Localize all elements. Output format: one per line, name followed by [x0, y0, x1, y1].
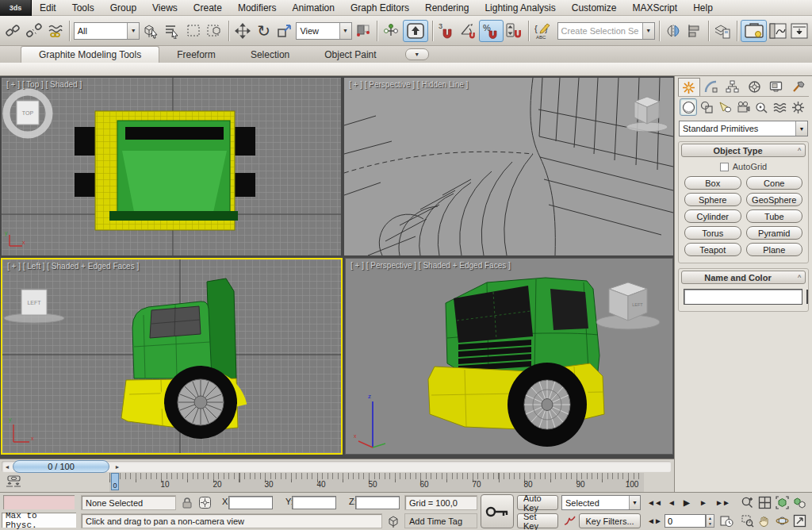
select-by-name-icon[interactable] — [163, 20, 182, 42]
orbit-icon[interactable] — [774, 513, 790, 528]
previous-frame-button[interactable]: ◄ — [665, 495, 678, 510]
menu-tools[interactable]: Tools — [64, 0, 102, 16]
category-lights-icon[interactable] — [716, 98, 733, 116]
reference-coordinate-dropdown[interactable]: View▼ — [296, 22, 351, 40]
object-name-field[interactable] — [684, 289, 802, 305]
app-logo[interactable]: 3ds — [0, 0, 32, 16]
category-shapes-icon[interactable] — [698, 98, 715, 116]
sphere-button[interactable]: Sphere — [684, 193, 741, 206]
menu-lighting-analysis[interactable]: Lighting Analysis — [477, 0, 563, 16]
tab-motion-icon[interactable] — [744, 78, 766, 96]
select-and-manipulate-icon[interactable] — [381, 20, 401, 42]
use-pivot-point-center-icon[interactable] — [354, 20, 373, 42]
geosphere-button[interactable]: GeoSphere — [746, 193, 803, 206]
time-slider-prev-icon[interactable]: ◄ — [2, 461, 12, 472]
open-mini-curve-editor-icon[interactable] — [5, 474, 24, 490]
add-time-tag[interactable]: Add Time Tag — [404, 513, 477, 528]
maximize-viewport-toggle-icon[interactable] — [791, 513, 807, 528]
tab-modify-icon[interactable] — [700, 78, 722, 96]
key-mode-dropdown[interactable]: Selected ▼ — [561, 495, 641, 510]
default-tangent-curve-icon[interactable] — [561, 513, 577, 528]
teapot-button[interactable]: Teapot — [684, 243, 741, 256]
named-selection-set-dropdown[interactable]: Create Selection Se▼ — [557, 22, 655, 40]
zoom-mode-icon[interactable] — [739, 495, 755, 510]
z-coord-field[interactable] — [355, 496, 400, 509]
tab-freeform[interactable]: Freeform — [159, 47, 233, 63]
zoom-extents-icon[interactable] — [774, 495, 790, 510]
menu-group[interactable]: Group — [102, 0, 144, 16]
bind-to-space-warp-icon[interactable] — [45, 20, 65, 42]
select-and-move-icon[interactable] — [233, 20, 253, 42]
render-production-icon[interactable] — [789, 20, 809, 42]
pan-hand-icon[interactable] — [756, 513, 772, 528]
rendered-frame-window-icon[interactable] — [768, 20, 788, 42]
tab-utilities-icon[interactable] — [787, 78, 810, 96]
select-and-link-icon[interactable] — [3, 20, 23, 42]
viewport-perspective-label[interactable]: [ + ] [ Perspective ] [ Shaded + Edged F… — [350, 261, 511, 270]
tube-button[interactable]: Tube — [746, 209, 803, 223]
tab-object-paint[interactable]: Object Paint — [307, 47, 393, 63]
maxscript-mini-listener-pink[interactable] — [3, 495, 75, 509]
spinner-snap-toggle-icon[interactable] — [505, 20, 525, 42]
tab-create-icon[interactable] — [678, 78, 700, 96]
render-setup-icon[interactable] — [741, 20, 766, 42]
window-crossing-toggle-icon[interactable] — [205, 20, 224, 42]
torus-button[interactable]: Torus — [684, 226, 741, 240]
layer-manager-icon[interactable] — [713, 20, 733, 42]
select-and-rotate-icon[interactable]: ↻ — [254, 20, 274, 42]
tab-display-icon[interactable] — [765, 78, 787, 96]
menu-modifiers[interactable]: Modifiers — [230, 0, 285, 16]
y-coord-field[interactable] — [292, 496, 336, 509]
pyramid-button[interactable]: Pyramid — [746, 226, 803, 240]
rectangular-selection-region-icon[interactable] — [183, 20, 203, 42]
viewport-hidden-line-label[interactable]: [ + ] [ Perspective ] [ Hidden Line ] — [349, 80, 468, 89]
toggle-set-key-mode-button[interactable] — [481, 494, 514, 528]
track-bar[interactable]: 0 10 20 30 40 50 60 70 80 90 100 — [0, 473, 674, 492]
menu-maxscript[interactable]: MAXScript — [624, 0, 685, 16]
current-frame-field[interactable] — [665, 514, 706, 528]
snap-toggle-3d-icon[interactable]: 3 — [437, 20, 457, 42]
object-color-swatch[interactable] — [806, 290, 808, 304]
frame-spinner[interactable]: ▲ ▼ — [706, 514, 714, 528]
x-coord-field[interactable] — [228, 496, 273, 509]
frame-zero-marker[interactable]: 0 — [111, 473, 119, 490]
object-type-rollout-header[interactable]: Object Type ^ — [681, 144, 806, 157]
viewport-left[interactable]: [ + ] [ Left ] [ Shaded + Edged Faces ] … — [1, 258, 343, 455]
selection-lock-icon[interactable] — [179, 495, 195, 510]
cone-button[interactable]: Cone — [746, 176, 803, 190]
menu-customize[interactable]: Customize — [564, 0, 625, 16]
name-and-color-rollout-header[interactable]: Name and Color ^ — [681, 271, 806, 284]
select-object-icon[interactable] — [141, 20, 161, 42]
menu-edit[interactable]: Edit — [32, 0, 64, 16]
key-filters-button[interactable]: Key Filters... — [579, 513, 641, 528]
isolate-cube-icon[interactable] — [385, 513, 401, 528]
time-configuration-icon[interactable] — [718, 513, 734, 528]
go-to-start-button[interactable]: ◄◄ — [644, 495, 665, 510]
percent-snap-toggle-icon[interactable]: % — [479, 20, 503, 42]
play-button[interactable]: ▶ — [680, 495, 692, 510]
zoom-extents-all-icon[interactable] — [791, 495, 807, 510]
keyboard-shortcut-override-toggle[interactable] — [403, 20, 428, 42]
tab-graphite-modeling-tools[interactable]: Graphite Modeling Tools — [21, 46, 159, 63]
category-space-warps-icon[interactable] — [772, 98, 789, 116]
viewport-top-label[interactable]: [ + ] [ Top ] [ Shaded ] — [6, 80, 82, 89]
time-slider-handle[interactable]: 0 / 100 — [13, 460, 109, 473]
ribbon-minimize-dropdown[interactable]: ▼ — [405, 48, 429, 60]
category-helpers-icon[interactable] — [753, 98, 771, 116]
select-and-scale-icon[interactable] — [275, 20, 295, 42]
selection-filter-dropdown[interactable]: All▼ — [74, 22, 140, 40]
spinner-down-icon[interactable]: ▼ — [708, 521, 712, 528]
zoom-all-icon[interactable] — [756, 495, 772, 510]
autogrid-checkbox[interactable] — [720, 163, 729, 171]
category-systems-icon[interactable] — [790, 98, 807, 116]
spinner-up-icon[interactable]: ▲ — [708, 515, 712, 521]
set-key-button[interactable]: Set Key — [517, 513, 558, 528]
auto-key-button[interactable]: Auto Key — [517, 495, 558, 510]
viewport-top[interactable]: [ + ] [ Top ] [ Shaded ] x y TOP — [2, 78, 341, 255]
viewcube-left[interactable]: LEFT — [2, 285, 66, 325]
viewport-perspective-shaded[interactable]: [ + ] [ Perspective ] [ Shaded + Edged F… — [345, 258, 673, 455]
menu-views[interactable]: Views — [144, 0, 186, 16]
plane-button[interactable]: Plane — [746, 243, 803, 256]
mirror-icon[interactable] — [664, 20, 684, 42]
unlink-selection-icon[interactable] — [25, 20, 44, 42]
